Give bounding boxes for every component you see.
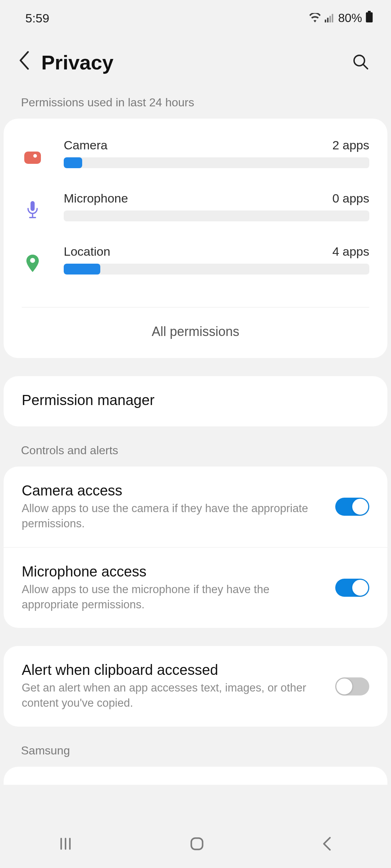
camera-icon xyxy=(22,150,43,164)
usage-bar-fill xyxy=(64,264,100,275)
section-label-controls: Controls and alerts xyxy=(0,431,391,467)
status-bar: 5:59 80% xyxy=(0,0,391,33)
svg-rect-8 xyxy=(24,152,41,164)
clipboard-alert-item[interactable]: Alert when clipboard accessed Get an ale… xyxy=(4,646,387,727)
item-subtitle: Allow apps to use the camera if they hav… xyxy=(22,501,324,531)
section-label-usage: Permissions used in last 24 hours xyxy=(0,96,391,119)
wifi-icon xyxy=(309,11,321,25)
permission-name: Location xyxy=(64,244,110,259)
microphone-access-item[interactable]: Microphone access Allow apps to use the … xyxy=(4,547,387,628)
usage-bar xyxy=(64,210,369,221)
location-icon xyxy=(22,255,43,272)
item-subtitle: Allow apps to use the microphone if they… xyxy=(22,582,324,612)
svg-line-7 xyxy=(363,64,367,69)
usage-bar xyxy=(64,157,369,168)
permission-count: 4 apps xyxy=(332,244,369,259)
permission-name: Microphone xyxy=(64,191,128,205)
permissions-usage-card: Camera 2 apps Microphone 0 apps xyxy=(4,119,387,358)
status-indicators: 80% xyxy=(309,11,373,25)
search-icon[interactable] xyxy=(352,53,369,72)
item-subtitle: Get an alert when an app accesses text, … xyxy=(22,680,324,711)
svg-rect-4 xyxy=(368,11,371,12)
clipboard-card: Alert when clipboard accessed Get an ale… xyxy=(4,646,387,727)
svg-point-9 xyxy=(33,154,37,158)
permission-row-microphone[interactable]: Microphone 0 apps xyxy=(4,172,387,225)
microphone-access-toggle[interactable] xyxy=(335,579,369,597)
controls-card: Camera access Allow apps to use the came… xyxy=(4,467,387,628)
battery-icon xyxy=(366,11,373,25)
clipboard-alert-toggle[interactable] xyxy=(335,677,369,695)
status-time: 5:59 xyxy=(25,11,49,25)
permission-manager-item[interactable]: Permission manager xyxy=(4,376,387,426)
item-title: Alert when clipboard accessed xyxy=(22,662,324,678)
nav-home-icon[interactable] xyxy=(188,835,206,854)
microphone-icon xyxy=(22,201,43,219)
permission-row-location[interactable]: Location 4 apps xyxy=(4,225,387,289)
svg-rect-1 xyxy=(327,18,328,22)
svg-rect-3 xyxy=(332,14,333,22)
svg-rect-17 xyxy=(191,838,202,849)
samsung-item-cutoff[interactable] xyxy=(4,767,387,785)
permission-name: Camera xyxy=(64,138,108,152)
all-permissions-link[interactable]: All permissions xyxy=(4,307,387,358)
item-title: Microphone access xyxy=(22,563,324,580)
permission-count: 0 apps xyxy=(332,191,369,205)
nav-recents-icon[interactable] xyxy=(57,835,74,854)
system-nav-bar xyxy=(0,821,391,868)
item-title: Camera access xyxy=(22,482,324,499)
back-icon[interactable] xyxy=(18,51,30,74)
svg-rect-2 xyxy=(329,16,331,22)
signal-icon xyxy=(324,11,335,25)
camera-access-toggle[interactable] xyxy=(335,498,369,516)
permission-row-camera[interactable]: Camera 2 apps xyxy=(4,119,387,172)
section-label-samsung: Samsung xyxy=(0,732,391,767)
camera-access-item[interactable]: Camera access Allow apps to use the came… xyxy=(4,467,387,547)
item-title: Permission manager xyxy=(22,392,358,408)
svg-point-13 xyxy=(30,258,35,263)
svg-rect-0 xyxy=(325,20,326,22)
svg-rect-5 xyxy=(366,12,373,22)
usage-bar xyxy=(64,264,369,275)
battery-text: 80% xyxy=(338,11,362,25)
permission-count: 2 apps xyxy=(332,138,369,152)
page-title: Privacy xyxy=(41,51,352,74)
nav-back-icon[interactable] xyxy=(320,835,334,854)
permission-manager-card: Permission manager xyxy=(4,376,387,426)
svg-rect-10 xyxy=(30,201,34,211)
usage-bar-fill xyxy=(64,157,82,168)
app-header: Privacy xyxy=(0,33,391,96)
